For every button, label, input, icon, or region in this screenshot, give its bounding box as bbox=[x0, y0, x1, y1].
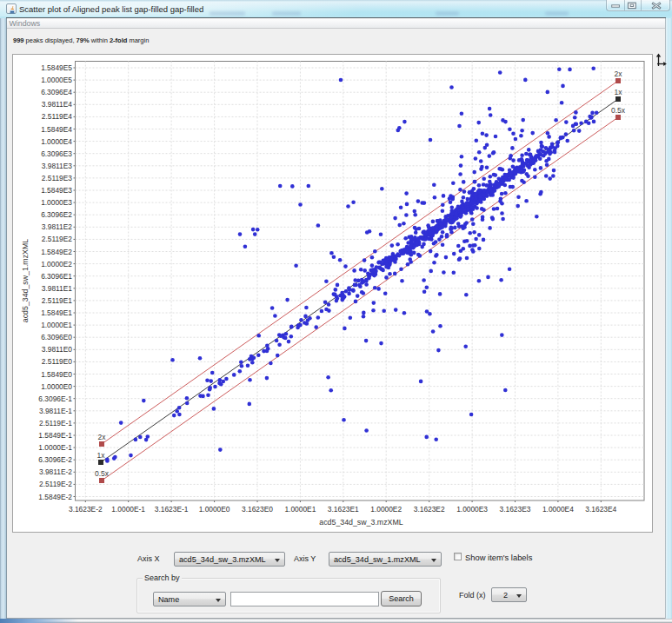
svg-text:6.3096E4: 6.3096E4 bbox=[41, 88, 72, 96]
svg-text:2.5119E2: 2.5119E2 bbox=[42, 235, 73, 243]
svg-text:0.5x: 0.5x bbox=[95, 469, 110, 478]
svg-text:1.0000E1: 1.0000E1 bbox=[41, 321, 72, 329]
svg-text:1.0000E5: 1.0000E5 bbox=[41, 76, 72, 84]
svg-text:2x: 2x bbox=[615, 70, 623, 78]
svg-text:1.5849E2: 1.5849E2 bbox=[41, 248, 72, 256]
svg-text:2.5119E-2: 2.5119E-2 bbox=[39, 480, 72, 488]
svg-text:3.9811E-2: 3.9811E-2 bbox=[39, 467, 72, 476]
svg-text:1.0000E2: 1.0000E2 bbox=[370, 505, 402, 514]
svg-text:3.1623E2: 3.1623E2 bbox=[414, 505, 445, 514]
svg-text:2.5119E4: 2.5119E4 bbox=[42, 112, 73, 121]
svg-text:6.3096E0: 6.3096E0 bbox=[41, 333, 72, 341]
svg-text:1.0000E-1: 1.0000E-1 bbox=[111, 505, 145, 514]
svg-text:2.5119E0: 2.5119E0 bbox=[42, 357, 73, 366]
svg-text:0.5x: 0.5x bbox=[611, 106, 626, 115]
svg-text:3.1623E1: 3.1623E1 bbox=[328, 505, 359, 514]
svg-text:1.0000E4: 1.0000E4 bbox=[542, 505, 574, 514]
svg-text:1.0000E3: 1.0000E3 bbox=[41, 198, 72, 207]
svg-text:3.9811E4: 3.9811E4 bbox=[42, 100, 73, 109]
svg-text:1.5849E-1: 1.5849E-1 bbox=[38, 431, 72, 440]
svg-text:6.3096E1: 6.3096E1 bbox=[41, 272, 72, 281]
svg-text:2.5119E-1: 2.5119E-1 bbox=[39, 419, 72, 427]
svg-text:2.5119E3: 2.5119E3 bbox=[42, 174, 73, 182]
svg-text:6.3096E-1: 6.3096E-1 bbox=[38, 394, 72, 403]
svg-text:1.5849E1: 1.5849E1 bbox=[41, 308, 72, 317]
svg-text:2.5119E1: 2.5119E1 bbox=[42, 296, 73, 305]
svg-text:1.5849E0: 1.5849E0 bbox=[41, 370, 72, 379]
svg-text:1.0000E0: 1.0000E0 bbox=[41, 382, 72, 391]
svg-text:1.0000E3: 1.0000E3 bbox=[456, 505, 488, 514]
svg-text:3.9811E-1: 3.9811E-1 bbox=[39, 407, 72, 415]
svg-text:acd5_34d_sw_1.mzXML: acd5_34d_sw_1.mzXML bbox=[21, 239, 30, 322]
svg-text:1.0000E2: 1.0000E2 bbox=[41, 260, 72, 268]
svg-text:3.9811E3: 3.9811E3 bbox=[42, 162, 73, 170]
svg-text:3.9811E1: 3.9811E1 bbox=[42, 284, 73, 293]
svg-text:1.5849E4: 1.5849E4 bbox=[41, 125, 72, 134]
svg-text:3.9811E2: 3.9811E2 bbox=[42, 222, 73, 231]
svg-text:6.3096E3: 6.3096E3 bbox=[41, 149, 72, 158]
svg-text:1.0000E0: 1.0000E0 bbox=[199, 505, 230, 514]
svg-text:3.1623E0: 3.1623E0 bbox=[242, 505, 273, 514]
svg-text:1.5849E3: 1.5849E3 bbox=[41, 186, 72, 195]
svg-text:1.0000E4: 1.0000E4 bbox=[41, 137, 72, 146]
svg-text:1.5849E5: 1.5849E5 bbox=[41, 63, 72, 72]
svg-text:1.0000E-1: 1.0000E-1 bbox=[38, 443, 72, 452]
svg-text:6.3096E2: 6.3096E2 bbox=[41, 210, 72, 219]
svg-text:6.3096E-2: 6.3096E-2 bbox=[38, 455, 72, 464]
svg-text:3.1623E3: 3.1623E3 bbox=[500, 505, 531, 514]
svg-text:acd5_34d_sw_3.mzXML: acd5_34d_sw_3.mzXML bbox=[319, 518, 403, 527]
svg-text:2x: 2x bbox=[98, 433, 107, 441]
svg-text:3.9811E0: 3.9811E0 bbox=[42, 345, 73, 354]
svg-text:3.1623E4: 3.1623E4 bbox=[585, 505, 616, 514]
svg-text:1x: 1x bbox=[97, 451, 106, 460]
svg-text:1.0000E1: 1.0000E1 bbox=[284, 505, 316, 514]
svg-text:1x: 1x bbox=[615, 88, 623, 96]
svg-text:1.5849E-2: 1.5849E-2 bbox=[38, 493, 72, 501]
svg-text:3.1623E-2: 3.1623E-2 bbox=[69, 505, 103, 514]
svg-text:3.1623E-1: 3.1623E-1 bbox=[155, 505, 189, 514]
